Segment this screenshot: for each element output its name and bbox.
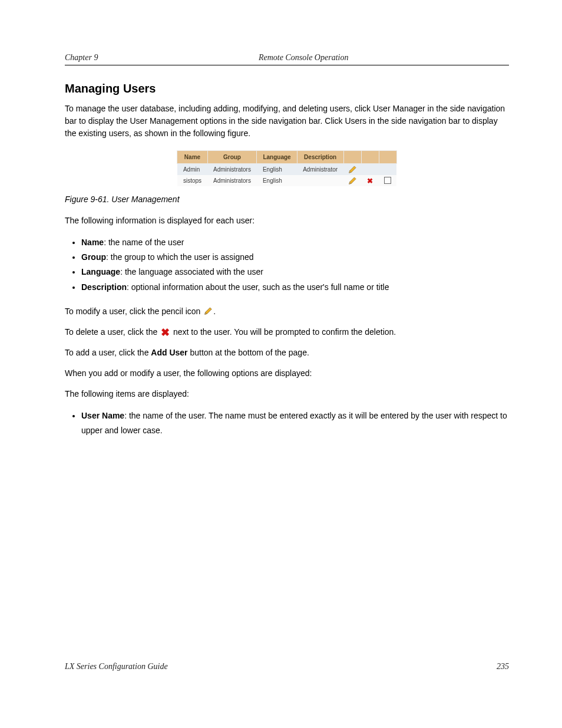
field-label: Language [81,267,120,276]
cell-language: English [257,175,297,186]
cell-name: sistops [177,175,207,186]
field-desc: : optional information about the user, s… [127,282,389,292]
delete-x-icon: ✖ [161,327,170,338]
col-delete [361,151,379,164]
page-header: Chapter 9 Remote Console Operation [65,53,509,62]
pencil-icon[interactable] [348,177,356,185]
field-desc: : the name of the user [104,238,184,247]
pencil-icon [204,307,212,315]
intro-paragraph: To manage the user database, including a… [65,103,509,140]
delete-cell: ✖ [361,175,379,186]
field-label: User Name [81,411,124,420]
page-footer: LX Series Configuration Guide 235 [65,662,509,671]
list-item: Language: the language associated with t… [81,265,509,279]
header-rule [65,65,509,65]
col-description[interactable]: Description [297,151,343,164]
edit-cell [343,175,361,186]
modify-paragraph: To modify a user, click the pencil icon … [65,305,509,318]
field-desc: : the language associated with the user [120,267,263,276]
footer-title: LX Series Configuration Guide [65,662,168,671]
add-modify-sentence: When you add or modify a user, the follo… [65,367,509,380]
pencil-icon[interactable] [348,166,356,174]
select-cell [379,164,396,176]
delete-cell [361,164,379,176]
cell-description [297,175,343,186]
table-row: Admin Administrators English Administrat… [177,164,396,176]
figure-caption: Figure 9-61. User Management [65,195,509,204]
table-row: sistops Administrators English ✖ [177,175,396,186]
cell-group: Administrators [207,175,257,186]
cell-language: English [257,164,297,176]
user-fields-intro: The following items are displayed: [65,388,509,400]
delete-text-after: next to the user. You will be prompted t… [173,327,396,337]
col-edit [343,151,361,164]
modify-text: To modify a user, click the pencil icon [65,307,200,316]
delete-text-before: To delete a user, click the [65,327,160,337]
edit-cell [343,164,361,176]
select-cell [379,175,396,186]
col-name[interactable]: Name [177,151,207,164]
list-item: User Name: the name of the user. The nam… [81,409,509,438]
field-desc: : the group to which the user is assigne… [106,252,254,262]
fields-list: Name: the name of the user Group: the gr… [65,235,509,295]
header-title: Remote Console Operation [98,53,509,62]
add-text-after: button at the bottom of the page. [188,348,309,357]
users-table: Name Group Language Description Admin Ad… [177,150,396,186]
field-label: Name [81,238,104,247]
add-user-label: Add User [151,348,187,357]
list-item: Group: the group to which the user is as… [81,250,509,265]
cell-group: Administrators [207,164,257,176]
row-checkbox[interactable] [384,177,391,184]
user-fields-list: User Name: the name of the user. The nam… [65,409,509,438]
list-item: Description: optional information about … [81,280,509,295]
field-label: Group [81,252,106,262]
add-paragraph: To add a user, click the Add User button… [65,347,509,359]
fields-intro: The following information is displayed f… [65,215,509,227]
cell-description: Administrator [297,164,343,176]
add-text-before: To add a user, click the [65,348,151,357]
footer-page: 235 [497,662,509,671]
delete-x-icon[interactable]: ✖ [367,177,373,185]
cell-name: Admin [177,164,207,176]
col-select [379,151,396,164]
field-label: Description [81,282,127,292]
header-chapter: Chapter 9 [65,53,98,62]
col-language[interactable]: Language [257,151,297,164]
col-group[interactable]: Group [207,151,257,164]
modify-text-after: . [213,307,216,316]
delete-paragraph: To delete a user, click the ✖ next to th… [65,326,509,338]
list-item: Name: the name of the user [81,235,509,250]
field-desc: : the name of the user. The name must be… [81,411,507,435]
users-table-figure: Name Group Language Description Admin Ad… [65,150,509,186]
section-heading: Managing Users [65,82,509,95]
